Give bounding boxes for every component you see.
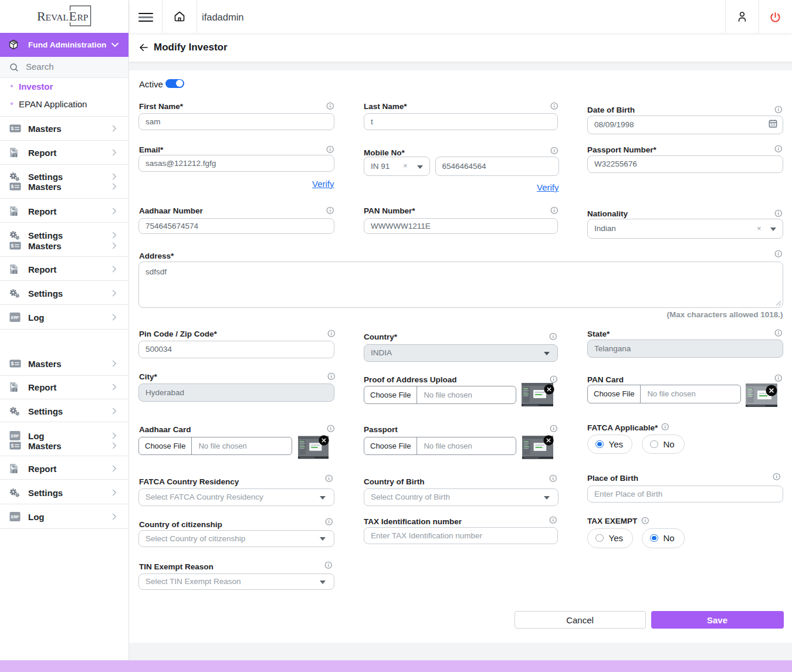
svg-text:EVAL: EVAL <box>46 12 69 22</box>
svg-text:R: R <box>37 9 46 23</box>
svg-text:RP: RP <box>77 12 89 22</box>
svg-text:E: E <box>69 9 77 23</box>
